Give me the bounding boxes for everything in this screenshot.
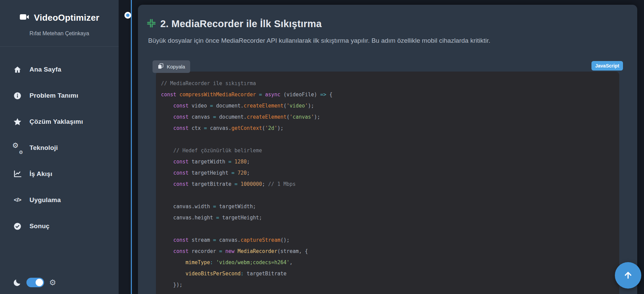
copy-icon (158, 63, 164, 70)
code-line (161, 134, 619, 145)
sidebar-item-label: Sonuç (29, 222, 49, 230)
sidebar: VideoOptimizer Rıfat Metehan Çetinkaya A… (0, 0, 119, 294)
code-line: videoBitsPerSecond: targetBitrate (161, 268, 619, 279)
sidebar-item-uygulama[interactable]: </> Uygulama (0, 192, 119, 208)
gears-icon: ⚙ ⚙ (13, 143, 22, 153)
brand: VideoOptimizer (0, 10, 119, 25)
video-camera-icon (19, 13, 29, 22)
code-line: // Hedef çözünürlük belirleme (161, 145, 619, 156)
page-title: 2. MediaRecorder ile İlk Sıkıştırma (160, 18, 322, 30)
sidebar-item-is-akisi[interactable]: İş Akışı (0, 166, 119, 182)
sidebar-divider (0, 46, 119, 47)
gear-small-glyph: ⚙ (19, 150, 23, 155)
code-line: const ctx = canvas.getContext('2d'); (161, 123, 619, 134)
author-name: Rıfat Metehan Çetinkaya (0, 31, 119, 37)
code-line: const recorder = new MediaRecorder(strea… (161, 246, 619, 257)
settings-gear-icon[interactable]: ⚙ (49, 279, 56, 287)
page: VideoOptimizer Rıfat Metehan Çetinkaya A… (0, 0, 644, 294)
sidebar-item-problem-tanimi[interactable]: Problem Tanımı (0, 88, 119, 103)
info-icon (13, 91, 22, 100)
moon-icon (13, 278, 21, 287)
code-line: const canvas = document.createElement('c… (161, 112, 619, 123)
timeline-line (131, 0, 132, 294)
brand-title: VideoOptimizer (34, 13, 99, 23)
theme-toggle[interactable] (26, 278, 44, 287)
section-card: 2. MediaRecorder ile İlk Sıkıştırma Büyü… (138, 5, 637, 294)
sidebar-nav: Ana Sayfa Problem Tanımı Çözüm Yaklaşımı… (0, 62, 119, 234)
code-line: const compressWithMediaRecorder = async … (161, 89, 619, 100)
code-line: const targetWidth = 1280; (161, 156, 619, 168)
gear-large-glyph: ⚙ (12, 141, 19, 150)
code-line: // MediaRecorder ile sıkıştırma (161, 78, 619, 89)
code-content: // MediaRecorder ile sıkıştırmaconst com… (156, 72, 619, 291)
sidebar-item-sonuc[interactable]: Sonuç (0, 218, 119, 234)
compress-icon (146, 18, 156, 30)
timeline-dot (124, 12, 131, 19)
code-block: // MediaRecorder ile sıkıştırmaconst com… (156, 72, 619, 294)
code-line: const targetBitrate = 1000000; // 1 Mbps (161, 179, 619, 190)
sidebar-item-label: Ana Sayfa (29, 66, 61, 73)
arrow-up-icon (623, 270, 633, 281)
sidebar-item-ana-sayfa[interactable]: Ana Sayfa (0, 62, 119, 77)
home-icon (13, 65, 22, 74)
section-subtitle: Büyük dosyalar için önce MediaRecorder A… (148, 37, 490, 44)
scroll-to-top-button[interactable] (615, 262, 641, 289)
sidebar-item-label: Çözüm Yaklaşımı (29, 118, 83, 125)
theme-controls: ⚙ (13, 276, 56, 289)
copy-button-label: Kopyala (167, 64, 185, 70)
code-line: }); (161, 279, 619, 291)
code-line: const video = document.createElement('vi… (161, 100, 619, 112)
sidebar-item-label: Uygulama (29, 196, 61, 204)
code-line (161, 190, 619, 201)
star-icon (13, 117, 22, 126)
sidebar-item-teknoloji[interactable]: ⚙ ⚙ Teknoloji (0, 140, 119, 156)
check-circle-icon (13, 222, 22, 231)
section-header: 2. MediaRecorder ile İlk Sıkıştırma (146, 18, 322, 30)
sidebar-item-label: Teknoloji (29, 144, 58, 152)
code-line: canvas.width = targetWidth; (161, 201, 619, 212)
toggle-knob (36, 279, 43, 286)
sidebar-item-label: Problem Tanımı (29, 92, 78, 99)
sidebar-item-label: İş Akışı (29, 170, 52, 178)
code-icon: </> (13, 196, 22, 205)
code-line: canvas.height = targetHeight; (161, 212, 619, 223)
code-line (161, 223, 619, 235)
code-line: const targetHeight = 720; (161, 168, 619, 179)
language-badge: JavaScript (591, 61, 623, 71)
copy-button[interactable]: Kopyala (153, 60, 190, 73)
code-glyph: </> (14, 197, 21, 203)
code-line: const stream = canvas.captureStream(); (161, 235, 619, 246)
sidebar-item-cozum-yaklasimi[interactable]: Çözüm Yaklaşımı (0, 114, 119, 130)
code-line: mimeType: 'video/webm;codecs=h264', (161, 257, 619, 268)
chart-line-icon (13, 170, 22, 179)
